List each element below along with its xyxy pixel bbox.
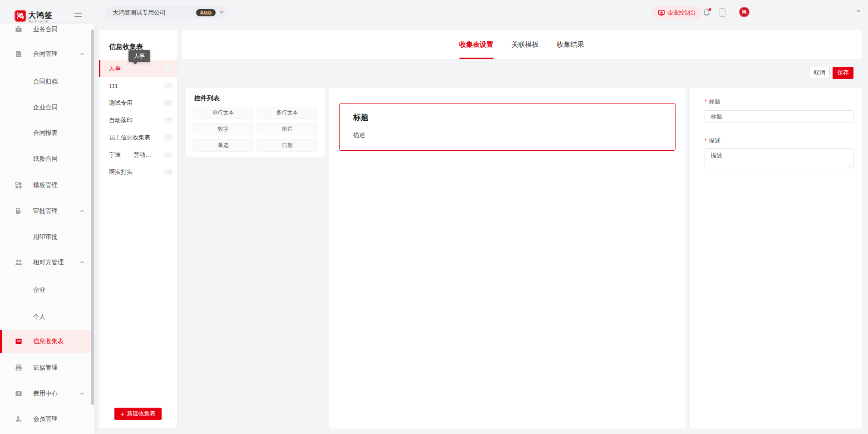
sidebar-item-label: 合同归档 — [33, 78, 58, 86]
sidebar-item-info-collection-form[interactable]: 信息收集表 — [0, 330, 92, 353]
tab-collection-settings[interactable]: 收集表设置 — [459, 30, 493, 59]
collection-item-ashidashi[interactable]: 啊实打实 ··· — [99, 163, 177, 181]
collection-item-ceshi[interactable]: 测试专用 ··· — [99, 94, 177, 112]
notification-dot — [709, 8, 711, 11]
brand-name: 大鸿签 — [28, 10, 53, 20]
form-canvas: 标题 描述 — [329, 88, 686, 429]
tab-linked-templates[interactable]: 关联模板 — [512, 30, 539, 59]
sidebar-item-label: 企业 — [33, 286, 45, 294]
hamburger-icon[interactable] — [74, 13, 82, 17]
collection-item-yuangong[interactable]: 员工信息收集表 ··· — [99, 129, 177, 146]
sidebar-item-enterprise[interactable]: 企业 — [0, 281, 92, 299]
sidebar-item-member-management[interactable]: 会员管理 — [0, 410, 92, 428]
sidebar: 业务合同 合同管理 合同归档 企业合同 合同报表 纸质合同 — [0, 24, 94, 434]
more-actions-button[interactable]: ··· — [164, 66, 173, 72]
fee-icon: ¥ — [15, 390, 22, 397]
form-title-preview: 标题 — [353, 112, 369, 123]
approval-icon — [15, 207, 22, 215]
evidence-icon — [15, 364, 22, 371]
user-caret-icon[interactable] — [856, 13, 861, 21]
collection-item-label: 测试专用 — [109, 99, 133, 107]
sidebar-item-label: 会员管理 — [33, 415, 58, 423]
widget-multi-line-text[interactable]: 多行文本 — [257, 107, 317, 119]
properties-panel: *标题 *描述 描述 — [690, 88, 862, 429]
collection-item-111[interactable]: 111 ··· — [99, 77, 177, 94]
cancel-button[interactable]: 取消 — [809, 67, 830, 79]
member-icon — [15, 415, 22, 423]
brand-logo-icon: 鸿 — [15, 10, 26, 22]
sidebar-item-label: 个人 — [33, 313, 45, 321]
collection-item-ningbo[interactable]: 宁波-劳动… ··· — [99, 146, 177, 163]
sidebar-item-label: 相对方管理 — [33, 258, 64, 266]
sidebar-item-fee-center[interactable]: ¥ 费用中心 — [0, 385, 92, 403]
company-selector[interactable]: 大鸿签测试专用公司 高级版 — [105, 6, 228, 19]
mobile-app-button[interactable] — [720, 8, 725, 17]
collection-item-label: 员工信息收集表 — [109, 133, 150, 142]
user-avatar[interactable]: 鸿 — [739, 7, 750, 17]
more-actions-button[interactable]: ··· — [164, 135, 173, 141]
widget-single-choice[interactable]: 单选 — [193, 139, 253, 152]
console-monitor-icon — [658, 10, 665, 16]
sidebar-item-paper-contract[interactable]: 纸质合同 — [0, 150, 92, 168]
sidebar-item-label: 用印审批 — [33, 233, 58, 241]
sidebar-item-label: 企业合同 — [33, 104, 58, 112]
form-header-block[interactable]: 标题 描述 — [339, 103, 676, 151]
document-icon — [15, 50, 22, 58]
sidebar-item-enterprise-contract[interactable]: 企业合同 — [0, 99, 92, 117]
collection-item-renshi[interactable]: 人事 ··· — [99, 60, 177, 77]
more-actions-button[interactable]: ··· — [164, 83, 173, 89]
required-mark: * — [705, 98, 707, 105]
sidebar-item-template-management[interactable]: 模板管理 — [0, 176, 92, 194]
collection-item-label: 啊实打实 — [109, 168, 133, 176]
more-actions-button[interactable]: ··· — [164, 118, 173, 123]
sidebar-item-contract-management[interactable]: 合同管理 — [0, 45, 92, 63]
widget-number[interactable]: 数字 — [193, 123, 253, 135]
sidebar-item-contract-report[interactable]: 合同报表 — [0, 124, 92, 142]
sidebar-item-label: 费用中心 — [33, 390, 58, 398]
sidebar-item-label: 证据管理 — [33, 364, 58, 372]
description-field-label: *描述 — [705, 137, 720, 145]
more-actions-button[interactable]: ··· — [164, 100, 173, 106]
collection-list-panel: 信息收集表 人事 ··· 111 ··· 测试专用 ··· 自动落印 ··· 员… — [99, 30, 177, 429]
sidebar-item-label: 合同报表 — [33, 129, 58, 137]
sidebar-item-label: 纸质合同 — [33, 155, 58, 163]
widget-single-line-text[interactable]: 单行文本 — [193, 107, 253, 119]
svg-text:¥: ¥ — [17, 391, 20, 396]
sidebar-scrollbar[interactable] — [91, 30, 94, 405]
people-icon — [15, 259, 22, 266]
notification-bell-button[interactable] — [703, 9, 711, 17]
tab-collection-results[interactable]: 收集结果 — [557, 30, 584, 59]
sidebar-item-seal-approval[interactable]: 用印审批 — [0, 228, 92, 246]
new-collection-button[interactable]: + 新建收集表 — [114, 408, 162, 420]
sidebar-item-personal[interactable]: 个人 — [0, 308, 92, 326]
save-button[interactable]: 保存 — [833, 67, 853, 79]
chevron-down-icon — [80, 392, 84, 395]
sidebar-item-approval-management[interactable]: 审批管理 — [0, 202, 92, 220]
more-actions-button[interactable]: ··· — [164, 152, 173, 158]
plus-icon: + — [121, 411, 124, 417]
widget-palette: 控件列表 单行文本 多行文本 数字 图片 单选 日期 — [186, 88, 325, 157]
enterprise-console-button[interactable]: 企业控制台 — [652, 6, 702, 19]
form-description-preview: 描述 — [353, 131, 365, 139]
sidebar-item-counterparty-management[interactable]: 相对方管理 — [0, 253, 92, 271]
collection-item-label: 111 — [109, 83, 118, 89]
sidebar-item-label: 模板管理 — [33, 181, 58, 189]
title-input[interactable] — [705, 110, 853, 123]
widget-date[interactable]: 日期 — [257, 139, 317, 152]
collection-item-zidongluoyin[interactable]: 自动落印 ··· — [99, 112, 177, 129]
sidebar-item-label: 业务合同 — [33, 25, 58, 34]
app-root: 鸿 大鸿签 电/子/合/同 大鸿签测试专用公司 高级版 企业控制台 — [0, 0, 868, 434]
more-actions-button[interactable]: ··· — [164, 169, 173, 175]
sidebar-item-label: 信息收集表 — [33, 337, 64, 345]
chevron-up-icon — [80, 261, 84, 264]
widget-image[interactable]: 图片 — [257, 123, 317, 135]
tooltip: 人事 — [128, 50, 150, 62]
collection-item-label: 人事 — [109, 64, 121, 73]
title-field-label: *标题 — [705, 98, 720, 106]
sidebar-item-contract-archive[interactable]: 合同归档 — [0, 73, 92, 91]
description-textarea[interactable]: 描述 — [705, 148, 853, 169]
sidebar-item-evidence-management[interactable]: 证据管理 — [0, 359, 92, 377]
sidebar-item-label: 合同管理 — [33, 50, 58, 58]
sidebar-item-business-contract[interactable]: 业务合同 — [0, 24, 92, 39]
widget-palette-title: 控件列表 — [194, 94, 220, 103]
